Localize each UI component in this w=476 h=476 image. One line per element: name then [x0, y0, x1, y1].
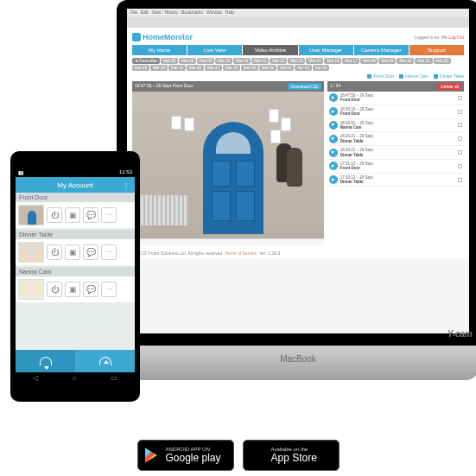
download-clip-button[interactable]: Download Clip [288, 83, 321, 90]
date-chip[interactable]: Mar 18 [360, 58, 378, 64]
date-chip[interactable]: Mar 10 [233, 58, 251, 64]
record-button[interactable]: ▣ [65, 207, 80, 223]
date-chip[interactable]: Mar 21 [415, 58, 432, 64]
clip-checkbox[interactable] [458, 123, 462, 127]
tab-support[interactable]: Support [409, 45, 464, 55]
app-store-badge[interactable]: Available on the App Store [243, 440, 340, 471]
date-chip[interactable]: Mar 05 [161, 58, 178, 64]
more-button[interactable]: ⋯ [101, 207, 117, 223]
date-chip[interactable]: Mar 30 [241, 65, 258, 71]
clip-item[interactable]: 17:31:13 – 29 SeptFront Door [327, 160, 464, 174]
date-chip[interactable]: Mar 22 [434, 58, 451, 64]
clip-item[interactable]: 18:30:18 – 29 SeptFront Door [327, 105, 464, 119]
tab-user-manager[interactable]: User Manager [299, 45, 353, 55]
chat-button[interactable]: 💬 [83, 282, 98, 297]
more-button[interactable]: ⋯ [101, 244, 117, 260]
filter-checkbox[interactable]: Nanna Cam [399, 73, 428, 79]
google-play-badge[interactable]: ANDROID APP ON Google play [137, 440, 234, 471]
delete-all-button[interactable]: Delete all [438, 83, 461, 90]
clip-checkbox[interactable] [458, 164, 462, 168]
clip-item[interactable]: 17:30:13 – 29 SeptDinner Table [327, 174, 464, 187]
camera-thumbnail[interactable] [18, 205, 44, 225]
home-button[interactable]: ⌂ [73, 374, 77, 382]
record-button[interactable]: ▣ [65, 244, 80, 260]
macbook-display: FileEditViewHistoryBookmarksWindowHelp H… [127, 9, 469, 333]
date-chip[interactable]: Mar 29 [223, 65, 240, 71]
chat-button[interactable]: 💬 [83, 244, 98, 260]
date-chip[interactable]: Apr 02 [295, 65, 311, 71]
chat-button[interactable]: 💬 [83, 207, 98, 223]
tos-link[interactable]: Terms of Service [225, 251, 257, 256]
camera-thumbnail[interactable] [18, 279, 44, 300]
date-chip[interactable]: Mar 17 [342, 58, 359, 64]
tab-my-home[interactable]: My Home [132, 45, 187, 55]
menu-item[interactable]: View [152, 10, 162, 16]
play-icon[interactable] [329, 135, 338, 143]
play-icon[interactable] [329, 149, 338, 157]
camera-thumbnail[interactable] [18, 242, 44, 263]
logo[interactable]: HomeMonitor [132, 33, 193, 41]
tab-video-archive[interactable]: Video Archive [243, 45, 297, 55]
download-action-button[interactable] [16, 350, 75, 372]
date-chip[interactable]: Mar 13 [288, 58, 305, 64]
recent-button[interactable]: ▭ [111, 374, 117, 382]
power-button[interactable]: ⏻ [47, 282, 62, 297]
date-chip[interactable]: Mar 23 [132, 65, 149, 71]
date-chip[interactable]: Mar 16 [324, 58, 341, 64]
filter-checkbox[interactable]: Front Door [367, 73, 394, 79]
date-chip[interactable]: Mar 26 [187, 65, 204, 71]
record-button[interactable]: ▣ [65, 282, 80, 297]
upload-action-button[interactable] [75, 350, 135, 372]
play-icon[interactable] [329, 121, 338, 130]
play-icon[interactable] [329, 93, 338, 102]
menu-icon[interactable]: ⋮ [123, 181, 131, 189]
clip-checkbox[interactable] [458, 150, 462, 155]
menu-item[interactable]: File [130, 10, 137, 16]
menu-item[interactable]: Edit [141, 10, 149, 16]
more-button[interactable]: ⋯ [101, 282, 117, 297]
date-chip[interactable]: Mar 12 [270, 58, 287, 64]
video-frame[interactable] [132, 92, 324, 238]
play-icon[interactable] [329, 175, 338, 184]
date-chip[interactable]: Apr 01 [277, 65, 294, 71]
clip-item[interactable]: 18:29:31 – 29 SeptNanna Cam [327, 119, 464, 133]
clip-item[interactable]: 18:26:21 – 29 SeptDinner Table [327, 132, 464, 146]
signal-icon: ▮▮ [18, 169, 23, 175]
date-chip[interactable]: Mar 11 [251, 58, 269, 64]
date-chip[interactable]: Mar 08 [197, 58, 214, 64]
date-chip[interactable]: Mar 27 [205, 65, 222, 71]
date-chip[interactable]: Mar 20 [397, 58, 414, 64]
tab-camera-manager[interactable]: Camera Manager [354, 45, 409, 55]
picture-frame-icon [269, 109, 279, 123]
clip-item[interactable]: 18:26:21 – 29 SeptDinner Table [327, 146, 464, 160]
play-icon[interactable] [329, 107, 338, 116]
menu-item[interactable]: Bookmarks [181, 10, 203, 16]
clip-item[interactable]: 18:47:56 – 29 SeptFront Door [327, 92, 464, 105]
favourites-chip[interactable]: ★ Favourites [132, 58, 160, 64]
menu-item[interactable]: History [164, 10, 178, 16]
date-chip[interactable]: Mar 31 [259, 65, 276, 71]
power-button[interactable]: ⏻ [47, 207, 62, 223]
tab-live-view[interactable]: Live View [187, 45, 242, 55]
date-chip[interactable]: Mar 15 [306, 58, 323, 64]
date-chip[interactable]: Mar 19 [378, 58, 396, 64]
clip-checkbox[interactable] [458, 178, 462, 182]
menu-item[interactable]: Window [206, 10, 222, 16]
date-chip[interactable]: Mar 06 [179, 58, 196, 64]
clip-info: 17:30:13 – 29 SeptDinner Table [340, 175, 455, 185]
clip-checkbox[interactable] [458, 96, 462, 100]
play-icon[interactable] [329, 162, 338, 170]
back-button[interactable]: ◁ [33, 374, 38, 382]
menu-item[interactable]: Help [225, 10, 234, 16]
clip-checkbox[interactable] [458, 110, 462, 114]
date-chip[interactable]: Mar 24 [150, 65, 168, 71]
date-chip[interactable]: Mar 09 [215, 58, 232, 64]
date-chip[interactable]: Mar 25 [168, 65, 186, 71]
logout-link[interactable]: Log Out [448, 35, 464, 40]
login-status: Logged in as: Me Log Out [414, 35, 464, 40]
clip-checkbox[interactable] [458, 136, 462, 141]
filter-checkbox[interactable]: Dinner Table [434, 73, 464, 79]
date-chip[interactable]: Apr 03 [313, 65, 329, 71]
video-controls[interactable] [132, 238, 324, 245]
power-button[interactable]: ⏻ [47, 244, 62, 260]
